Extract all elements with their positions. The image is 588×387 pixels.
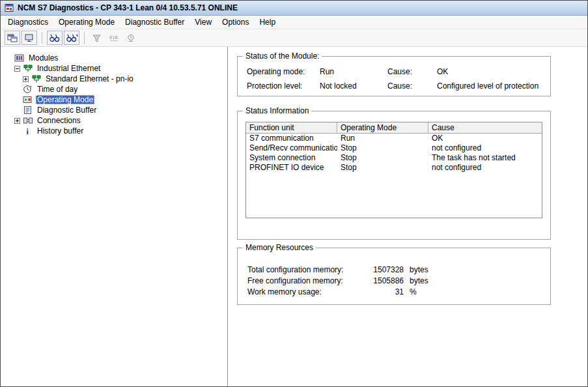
update-glasses-icon [49,34,61,42]
table-row[interactable]: Send/Recv communication Stop not configu… [246,143,542,153]
group-title: Memory Resources [243,243,316,252]
ethernet-icon [31,74,42,83]
tree-item-label: Time of day [36,85,79,94]
collapse-minus-icon[interactable] [14,66,23,72]
cyclic-update-glasses-button[interactable] [64,31,79,45]
tree-item-label: Modules [27,53,59,63]
total-config-memory-unit: bytes [404,265,550,276]
protection-level-value: Not locked [320,81,387,96]
main-content: Modules Industrial Ethernet Standard E [1,47,587,386]
table-row[interactable]: System connection Stop The task has not … [246,153,542,163]
tree-item-label: History buffer [36,126,85,136]
status-of-module-group: Status of the Module: Operating mode: Ru… [237,56,551,96]
expand-plus-icon[interactable] [23,76,31,82]
time-stamp-button [123,31,139,45]
menu-diagnostics[interactable]: Diagnostics [3,16,53,28]
table-header: Function unit Operating Mode Cause [246,122,542,134]
ethernet-icon [23,64,34,73]
cell-operating-mode: Stop [337,163,428,173]
menu-operating-mode[interactable]: Operating Mode [53,16,120,28]
tree-item-label: Diagnostic Buffer [36,106,98,115]
cell-cause: The task has not started [428,153,542,163]
tree-item-diagnostic-buffer[interactable]: Diagnostic Buffer [1,105,227,115]
menu-diagnostic-buffer[interactable]: Diagnostic Buffer [120,16,189,28]
column-header-operating-mode[interactable]: Operating Mode [337,122,428,134]
tree-item-industrial-ethernet[interactable]: Industrial Ethernet [1,63,227,74]
tree-item-label: Standard Ethernet - pn-io [44,74,135,83]
free-config-memory-unit: bytes [404,276,550,287]
tree-item-connections[interactable]: Connections [1,115,227,126]
status-information-group: Status Information Function unit Operati… [237,111,551,240]
tree-item-time-of-day[interactable]: Time of day [1,84,227,94]
group-title: Status of the Module: [243,51,322,61]
cell-operating-mode: Run [337,134,428,143]
modules-icon [14,53,25,63]
expand-plus-icon[interactable] [14,118,23,124]
filter-button [89,31,105,45]
column-header-function-unit[interactable]: Function unit [246,122,337,134]
monitor-button[interactable] [21,31,37,45]
ncm-s7-diagnostics-window: NCM S7 Diagnostics - CP 343-1 Lean 0/4 1… [0,0,588,387]
menu-options[interactable]: Options [217,16,254,28]
tree-item-label: Industrial Ethernet [36,64,102,73]
tree-item-history-buffer[interactable]: i History buffer [1,126,227,136]
menu-view[interactable]: View [189,16,217,28]
operating-mode-icon [23,95,34,104]
free-config-memory-label: Free configuration memory: [247,276,368,287]
operating-mode-label: Operating mode: [247,67,320,81]
group-title: Status Information [243,106,311,115]
window-title: NCM S7 Diagnostics - CP 343-1 Lean 0/4 1… [18,3,238,12]
column-header-cause[interactable]: Cause [428,122,542,134]
svg-text:i: i [27,127,29,136]
time-stamp-icon [126,34,135,42]
clock-icon [23,85,34,94]
cause-value: Configured level of protection [437,81,550,96]
cell-function-unit: System connection [246,153,337,163]
menubar: Diagnostics Operating Mode Diagnostic Bu… [1,16,587,29]
total-config-memory-label: Total configuration memory: [247,265,368,276]
cell-operating-mode: Stop [337,153,428,163]
cell-function-unit: S7 communication [246,134,337,143]
status-information-table: Function unit Operating Mode Cause S7 co… [245,122,542,218]
cause-value: OK [437,67,550,81]
navigation-tree: Modules Industrial Ethernet Standard E [1,47,228,386]
history-buffer-icon: i [23,126,34,136]
memory-resources-group: Memory Resources Total configuration mem… [237,248,551,305]
filter-icon [92,34,102,42]
table-row[interactable]: PROFINET IO device Stop not configured [246,163,542,173]
work-memory-usage-label: Work memory usage: [247,287,368,298]
counter-button: 010 [106,31,122,45]
counter-icon: 010 [109,34,120,42]
work-memory-usage-value: 31 [368,287,404,298]
menu-help[interactable]: Help [254,16,281,28]
operating-mode-value: Run [320,67,387,81]
protection-level-label: Protection level: [247,81,320,96]
online-window-button[interactable] [5,31,20,45]
cell-function-unit: PROFINET IO device [246,163,337,173]
tree-item-label: Connections [36,116,82,125]
monitor-icon [24,33,35,43]
app-icon [5,3,14,12]
tree-item-modules[interactable]: Modules [1,53,227,63]
titlebar: NCM S7 Diagnostics - CP 343-1 Lean 0/4 1… [1,1,587,16]
cause-label: Cause: [387,81,437,96]
cyclic-update-glasses-icon [66,34,78,42]
tree-item-standard-ethernet-pn-io[interactable]: Standard Ethernet - pn-io [1,74,227,84]
svg-text:010: 010 [109,35,118,40]
details-pane: Status of the Module: Operating mode: Ru… [228,47,587,386]
work-memory-usage-unit: % [404,287,550,298]
cell-cause: OK [428,134,542,143]
free-config-memory-value: 1505886 [368,276,404,287]
cell-function-unit: Send/Recv communication [246,143,337,153]
tree-item-operating-mode[interactable]: Operating Mode [1,94,227,105]
cause-label: Cause: [387,67,437,81]
connections-icon [23,116,34,125]
cell-cause: not configured [428,143,542,153]
update-glasses-button[interactable] [47,31,63,45]
online-window-icon [7,33,18,43]
toolbar-separator [42,32,42,44]
cell-operating-mode: Stop [337,143,428,153]
total-config-memory-value: 1507328 [368,265,404,276]
table-row[interactable]: S7 communication Run OK [246,134,542,143]
toolbar-separator [84,32,85,44]
